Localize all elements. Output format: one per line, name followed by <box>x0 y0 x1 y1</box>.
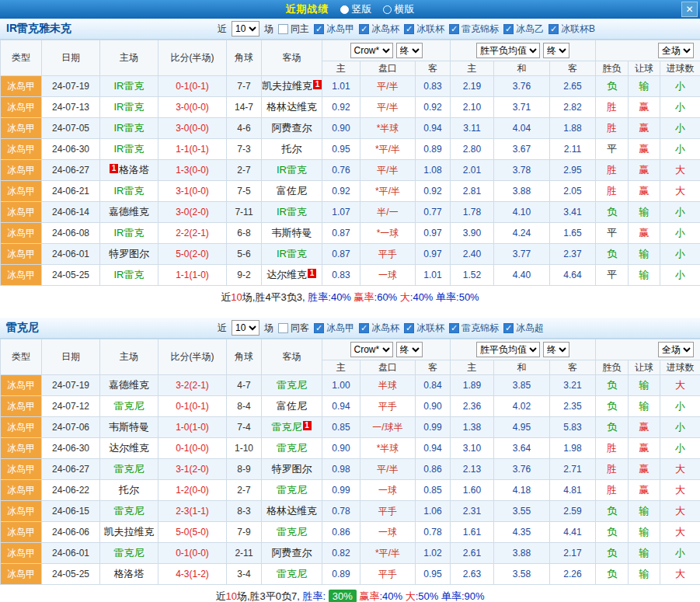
asia-home-odds: 0.85 <box>322 417 360 438</box>
away-team-name: 阿费查尔 <box>272 122 312 134</box>
league-cell: 冰岛甲 <box>1 501 42 522</box>
vertical-layout-label: 竖版 <box>352 2 372 16</box>
goals-cell: 大 <box>660 480 700 501</box>
date-cell: 24-06-06 <box>42 522 100 543</box>
result-cell: 胜 <box>596 480 629 501</box>
league-checkbox-item[interactable]: 冰岛甲 <box>314 322 354 335</box>
section1-header-bar: IR雷克雅未克 近 10 场 同主 冰岛甲冰岛杯冰联杯雷克锦标冰岛乙冰联杯B <box>0 19 700 40</box>
home-team-name: 雷克尼 <box>114 463 145 475</box>
same-home-checkbox[interactable]: 同主 <box>278 23 309 36</box>
vertical-layout-radio[interactable]: 竖版 <box>340 2 372 16</box>
goals-cell: 小 <box>660 244 700 265</box>
goals-cell: 小 <box>660 223 700 244</box>
league-checkbox-item[interactable]: 雷克锦标 <box>449 322 499 335</box>
asia-final-select[interactable]: 终 <box>396 342 423 357</box>
euro-draw-odds: 3.76 <box>494 76 550 97</box>
date-cell: 24-06-01 <box>42 543 100 564</box>
checkbox-checked-icon <box>314 24 324 34</box>
league-checkbox-item[interactable]: 冰岛甲 <box>314 23 354 36</box>
asia-home-odds: 0.82 <box>322 543 360 564</box>
recent-count-select[interactable]: 10 <box>232 21 259 37</box>
home-team-cell: 韦斯特曼 <box>100 417 158 438</box>
league-checkbox-item[interactable]: 冰联杯 <box>404 23 444 36</box>
corners-cell: 5-6 <box>227 244 262 265</box>
league-cell: 冰岛甲 <box>1 97 42 118</box>
asia-final-select[interactable]: 终 <box>396 43 423 58</box>
league-cell: 冰岛甲 <box>1 417 42 438</box>
date-cell: 24-07-06 <box>42 417 100 438</box>
odds-company-select[interactable]: Crow* <box>350 43 393 58</box>
euro-final-select[interactable]: 终 <box>543 43 569 58</box>
scope-select[interactable]: 全场 <box>658 342 694 357</box>
home-team-cell: 格洛塔 <box>100 564 158 585</box>
corners-cell: 7-3 <box>227 139 262 160</box>
home-team-name: 格洛塔 <box>119 164 149 176</box>
away-team-name: IR雷克 <box>277 206 307 217</box>
subcol-let: 让球 <box>629 360 660 375</box>
away-team-cell: IR雷克 <box>262 202 322 223</box>
away-team-cell: 托尔 <box>262 139 322 160</box>
summary-segment: :60% <box>374 291 400 303</box>
result-cell: 负 <box>596 417 629 438</box>
home-team-cell: 雷克尼 <box>100 543 158 564</box>
league-checkbox-item[interactable]: 冰岛杯 <box>359 23 399 36</box>
section2-results-table: 类型 日期 主场 比分(半场) 角球 客场 Crow*终 胜平负均值终 全场 主… <box>0 339 700 585</box>
euro-win-odds: 1.78 <box>451 202 494 223</box>
league-checkbox-item[interactable]: 冰岛乙 <box>503 23 544 36</box>
corners-cell: 7-11 <box>227 202 262 223</box>
summary-segment: 30% <box>329 590 357 602</box>
euro-win-odds: 1.38 <box>451 417 494 438</box>
match-row: 冰岛甲 24-06-27 1格洛塔 1-3(0-0) 2-7 IR雷克 0.76… <box>1 160 700 181</box>
home-team-name: 凯夫拉维克 <box>104 526 155 538</box>
horizontal-layout-radio[interactable]: 横版 <box>383 2 415 16</box>
home-team-name: IR雷克 <box>114 122 145 134</box>
away-team-name: 雷克尼 <box>277 379 307 391</box>
corners-cell: 7-7 <box>227 76 262 97</box>
goals-cell: 小 <box>660 118 700 139</box>
euro-draw-odds: 3.78 <box>494 160 550 181</box>
away-team-name: 阿费查尔 <box>272 547 312 559</box>
match-row: 冰岛甲 24-05-25 格洛塔 4-3(1-2) 3-4 雷克尼 0.89 平… <box>1 564 700 585</box>
near-label: 近 <box>218 322 227 335</box>
handicap-cell: 平手 <box>360 244 416 265</box>
euro-win-odds: 1.89 <box>451 375 494 396</box>
league-checkbox-label: 冰岛乙 <box>516 23 544 36</box>
euro-lose-odds: 2.82 <box>550 97 596 118</box>
league-checkbox-item[interactable]: 冰联杯 <box>404 322 444 335</box>
scope-select[interactable]: 全场 <box>658 43 694 58</box>
horizontal-layout-label: 横版 <box>395 2 415 16</box>
league-checkbox-item[interactable]: 冰联杯B <box>549 23 595 36</box>
goals-cell: 大 <box>660 501 700 522</box>
close-button[interactable]: ✕ <box>681 2 698 17</box>
subcol-goals: 进球数 <box>660 61 700 76</box>
asia-home-odds: 0.94 <box>322 396 360 417</box>
away-team-name: 托尔 <box>282 143 302 155</box>
recent-count-select[interactable]: 10 <box>232 320 259 336</box>
league-checkbox-item[interactable]: 冰岛超 <box>503 322 544 335</box>
asia-home-odds: 1.00 <box>322 375 360 396</box>
euro-avg-select[interactable]: 胜平负均值 <box>476 342 540 357</box>
let-ball-cell: 输 <box>629 202 660 223</box>
league-cell: 冰岛甲 <box>1 459 42 480</box>
away-team-cell: 凯夫拉维克1 <box>262 76 322 97</box>
date-cell: 24-06-08 <box>42 223 100 244</box>
euro-lose-odds: 2.95 <box>550 160 596 181</box>
corners-cell: 9-2 <box>227 265 262 286</box>
asia-home-odds: 0.76 <box>322 160 360 181</box>
home-team-name: IR雷克 <box>114 143 145 155</box>
league-cell: 冰岛甲 <box>1 543 42 564</box>
same-away-checkbox[interactable]: 同客 <box>278 322 309 335</box>
result-cell: 负 <box>596 76 629 97</box>
away-team-name: 雷克尼 <box>272 421 302 433</box>
col-date: 日期 <box>42 339 100 375</box>
odds-company-select[interactable]: Crow* <box>350 342 393 357</box>
euro-final-select[interactable]: 终 <box>543 342 569 357</box>
league-checkbox-item[interactable]: 冰岛杯 <box>359 322 399 335</box>
league-checkbox-item[interactable]: 雷克锦标 <box>449 23 499 36</box>
asia-away-odds: 0.84 <box>416 375 451 396</box>
euro-avg-select[interactable]: 胜平负均值 <box>476 43 540 58</box>
col-score: 比分(半场) <box>158 339 227 375</box>
league-cell: 冰岛甲 <box>1 223 42 244</box>
away-team-cell: 阿费查尔 <box>262 118 322 139</box>
match-row: 冰岛甲 24-07-19 嘉德维克 3-2(2-1) 4-7 雷克尼 1.00 … <box>1 375 700 396</box>
